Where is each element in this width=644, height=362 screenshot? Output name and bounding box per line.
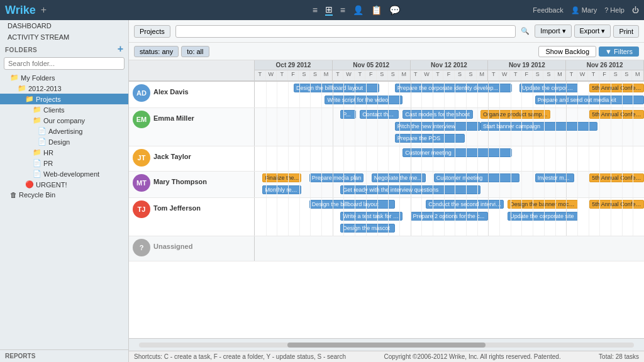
add-folder-btn[interactable]: + — [113, 43, 128, 55]
tree-hr[interactable]: 📁 HR — [0, 147, 128, 158]
day-line — [466, 198, 467, 236]
day-line — [433, 172, 433, 197]
tree-our-company[interactable]: 📁 Our company — [0, 115, 128, 126]
nav-list-icon[interactable]: ≡ — [340, 5, 345, 15]
task-bar[interactable]: Monthly report — [262, 185, 301, 194]
nav-chat-icon[interactable]: 💬 — [389, 5, 400, 15]
day-line — [521, 198, 522, 236]
nav-clip-icon[interactable]: 📋 — [371, 5, 382, 15]
nav-user-icon[interactable]: 👤 — [353, 5, 364, 15]
day-label: S — [455, 70, 466, 80]
task-bar[interactable]: Design the mascot — [340, 224, 395, 233]
day-line — [633, 82, 633, 107]
tree-recycle-bin[interactable]: 🗑 Recycle Bin — [0, 190, 128, 200]
person-name: Alex Davis — [153, 84, 189, 96]
day-line — [366, 146, 367, 171]
nav-grid-icon[interactable]: ⊞ — [325, 4, 333, 16]
day-line — [444, 146, 445, 171]
filter-bar: status: any to: all Show Backlog ▼ Filte… — [129, 43, 644, 60]
import-btn[interactable]: Import ▾ — [535, 25, 571, 38]
day-line — [466, 146, 467, 171]
top-nav: Wrike + ≡ ⊞ ≡ 👤 📋 💬 Feedback 👤 Mary ? He… — [0, 0, 644, 20]
task-bar[interactable]: Design the banner mock-up — [508, 200, 577, 209]
gantt-person-row: JTJack TaylorCustomer meeting — [129, 146, 644, 172]
tree-advertising[interactable]: 📄 Advertising — [0, 126, 128, 136]
day-line — [433, 146, 433, 171]
task-bar[interactable]: 5th Annual Conference — [589, 173, 644, 182]
tree-2012-2013[interactable]: 📁 2012-2013 — [0, 83, 128, 94]
day-line — [343, 108, 344, 146]
day-line — [611, 146, 611, 171]
tree-my-folders[interactable]: 📁 My Folders — [0, 72, 128, 83]
task-bar[interactable]: Prepare the corporate identity develop..… — [395, 84, 512, 92]
day-line — [433, 108, 433, 146]
task-bar[interactable]: 5th Annual Conference — [589, 200, 644, 209]
status-filter-btn[interactable]: status: any — [134, 46, 179, 57]
day-line — [343, 82, 344, 107]
day-line — [589, 198, 589, 236]
user-btn[interactable]: 👤 Mary — [571, 6, 597, 14]
print-btn[interactable]: Print — [613, 25, 639, 38]
power-icon[interactable]: ⏻ — [632, 6, 639, 14]
show-backlog-btn[interactable]: Show Backlog — [538, 46, 596, 57]
task-bar[interactable]: Update the corporate site — [519, 84, 578, 92]
task-bar[interactable]: Conduct the second interview — [426, 200, 504, 209]
tree-pr[interactable]: 📄 PR — [0, 158, 128, 168]
day-line — [355, 172, 355, 197]
export-btn[interactable]: Export ▾ — [574, 25, 611, 38]
filters-btn[interactable]: ▼ Filters — [599, 47, 639, 57]
day-line — [277, 146, 277, 171]
to-filter-btn[interactable]: to: all — [181, 46, 209, 57]
add-button[interactable]: + — [41, 4, 47, 16]
scrollbar[interactable] — [139, 343, 634, 348]
day-line — [411, 146, 411, 171]
day-line — [421, 82, 422, 107]
task-bar[interactable]: 5th Annual Conference — [589, 110, 644, 119]
day-line — [555, 146, 556, 171]
day-line — [611, 82, 611, 107]
task-bar[interactable]: Finalize the... — [262, 173, 301, 182]
task-bar[interactable]: Pitch the new interview — [395, 122, 480, 131]
gantt-rows: ADAlex DavisDesign the billboard layoutP… — [129, 82, 644, 338]
day-line — [355, 198, 355, 236]
task-bar[interactable]: 5th Annual Conference — [589, 84, 644, 92]
sidebar-dashboard[interactable]: DASHBOARD — [0, 20, 128, 31]
task-bar[interactable]: Cast models for the shoot — [402, 110, 472, 119]
day-line — [277, 82, 277, 107]
scrollbar-thumb[interactable] — [287, 343, 486, 348]
tree-projects[interactable]: 📁 Projects — [0, 94, 128, 104]
search-input[interactable] — [175, 25, 516, 38]
help-btn[interactable]: ? Help — [604, 6, 625, 14]
gantt-header: Oct 29 2012TWTFSSMNov 05 2012TWTFSSMNov … — [129, 60, 644, 82]
task-bar[interactable]: Organize product sampling — [480, 110, 550, 119]
tree-clients[interactable]: 📁 Clients — [0, 104, 128, 115]
project-dropdown-btn[interactable]: Projects — [134, 25, 170, 38]
task-bar[interactable]: Prepare media plan — [309, 173, 364, 182]
gantt-person-row: ADAlex DavisDesign the billboard layoutP… — [129, 82, 644, 108]
gantt-name-header — [129, 60, 255, 80]
day-line — [511, 146, 511, 171]
feedback-btn[interactable]: Feedback — [533, 6, 563, 14]
week-label: Nov 05 2012 — [333, 60, 410, 70]
person-name-cell: MTMary Thompson — [129, 172, 255, 197]
day-line — [366, 82, 367, 107]
day-line — [544, 146, 545, 171]
file-icon: 📄 — [33, 170, 42, 178]
task-bar[interactable]: Start banner campaign — [480, 122, 597, 131]
task-bar[interactable]: Update the corporate site — [508, 212, 577, 221]
tree-urgent[interactable]: 🔴 URGENT! — [0, 179, 128, 190]
folder-search-input[interactable] — [4, 57, 125, 70]
avatar: AD — [133, 84, 150, 102]
task-bar[interactable]: P... — [340, 110, 356, 119]
sidebar-activity[interactable]: ACTIVITY STREAM — [0, 31, 128, 43]
task-bar[interactable]: Write a test task for the... — [340, 212, 402, 221]
nav-menu-icon[interactable]: ≡ — [313, 5, 318, 15]
task-bar[interactable]: Prepare and send out media kit — [535, 96, 644, 104]
task-bar[interactable]: Customer meeting — [402, 148, 511, 157]
week-block: Nov 19 2012TWTFSSM — [488, 60, 566, 80]
avatar: EM — [133, 111, 150, 128]
tree-web[interactable]: 📄 Web-development — [0, 168, 128, 179]
task-bar[interactable]: Write script for the video — [325, 96, 402, 104]
tree-design[interactable]: 📄 Design — [0, 136, 128, 147]
day-label: F — [288, 70, 299, 80]
